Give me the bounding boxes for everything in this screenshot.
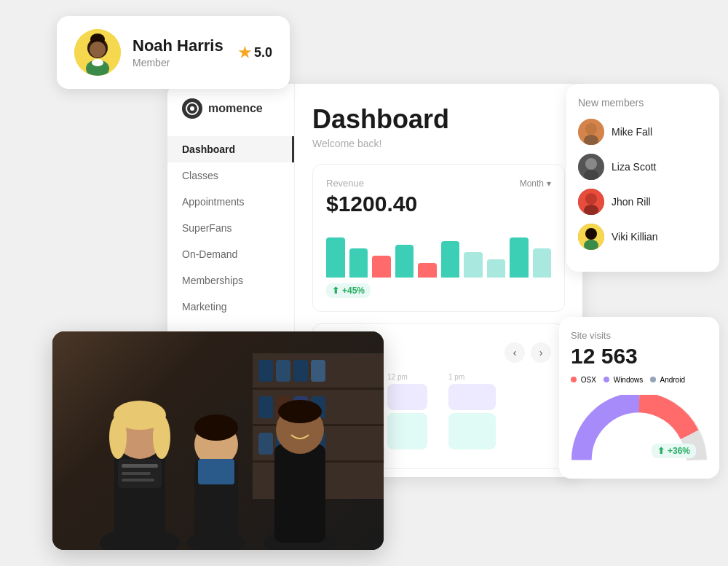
avatar-jhon [578,189,604,215]
logo-container: momence [167,98,294,136]
member-role: Member [132,57,226,68]
revenue-header: Revenue Month ▾ [326,178,551,189]
sidebar-item-marketing[interactable]: Marketing [167,294,294,320]
bar-item [326,237,345,278]
star-icon: ★ [238,44,251,61]
new-members-title: New members [578,97,708,109]
photo-panel [52,331,384,550]
avatar-liza [578,154,604,180]
svg-rect-34 [198,459,234,484]
sidebar-item-dashboard[interactable]: Dashboard [167,136,294,162]
svg-point-7 [190,106,194,111]
bar-item [441,241,460,278]
logo-icon [182,98,202,119]
next-button[interactable]: › [531,342,551,363]
revenue-badge: ⬆ +45% [326,283,371,298]
svg-rect-28 [122,472,151,475]
member-rating: ★ 5.0 [238,44,272,61]
member-row: Jhon Rill [578,189,708,215]
sidebar-item-ondemand[interactable]: On-Demand [167,241,294,267]
page-subtitle: Welcome back! [312,138,565,149]
avatar-mike [578,119,604,145]
android-dot [650,377,656,382]
android-legend: Android [650,376,685,384]
svg-point-33 [194,414,238,441]
chevron-down-icon: ▾ [547,178,551,189]
osx-legend: OSX [571,376,596,384]
page-title: Dashboard [312,104,565,135]
photo-content [52,331,384,550]
svg-rect-36 [274,444,325,543]
svg-rect-29 [122,479,154,482]
svg-rect-27 [122,464,158,468]
site-visits-badge: ⬆ +36% [652,444,696,458]
svg-point-24 [109,415,127,459]
site-visits-panel: Site visits 12 563 OSX Windows Android [559,317,719,479]
sidebar-item-superfans[interactable]: SuperFans [167,215,294,241]
member-card: Noah Harris Member ★ 5.0 [57,16,290,89]
schedule-block [387,413,427,449]
svg-point-4 [90,42,106,58]
rating-value: 5.0 [254,45,272,60]
sidebar-item-appointments[interactable]: Appointments [167,189,294,215]
osx-dot [571,377,577,382]
time-col-12pm: 12 pm [387,373,446,468]
revenue-amount: $1200.40 [326,192,551,216]
svg-point-12 [585,158,597,170]
svg-point-15 [585,193,597,205]
svg-point-9 [585,123,597,135]
member-name: Noah Harris [132,36,226,55]
bar-chart [326,227,551,278]
member-row: Liza Scott [578,154,708,180]
bar-item [487,259,506,278]
svg-point-18 [585,228,597,240]
sidebar-item-memberships[interactable]: Memberships [167,267,294,294]
arrow-up-icon: ⬆ [332,286,339,296]
avatar-viki [578,224,604,250]
site-visits-label: Site visits [571,330,708,341]
schedule-block [448,413,496,449]
schedule-nav: ‹ › [505,342,551,363]
arrow-up-icon: ⬆ [657,446,665,456]
schedule-block [448,384,496,410]
bar-item [464,252,483,278]
svg-point-5 [92,59,103,66]
bar-item [395,245,414,278]
member-name-liza: Liza Scott [612,161,656,173]
svg-point-25 [153,415,170,459]
revenue-card: Revenue Month ▾ $1200.40 ⬆ +45% [312,164,565,312]
member-row: Viki Killian [578,224,708,250]
bar-item [510,237,529,278]
site-visits-count: 12 563 [571,344,708,369]
bar-item [533,248,552,278]
bar-item [372,256,391,278]
schedule-block [387,384,427,410]
sidebar-item-classes[interactable]: Classes [167,162,294,189]
new-members-panel: New members Mike Fall Liza Scott Jhon Ri… [566,84,719,272]
os-legend: OSX Windows Android [571,376,708,384]
member-row: Mike Fall [578,119,708,145]
svg-point-38 [278,400,322,423]
logo-text: momence [208,102,263,115]
avatar [74,29,121,76]
people-illustration [52,331,384,550]
prev-button[interactable]: ‹ [505,342,525,363]
member-name-viki: Viki Killian [612,231,658,243]
time-col-1pm: 1 pm [448,373,507,468]
member-info: Noah Harris Member [132,36,226,68]
revenue-label: Revenue [326,178,364,189]
windows-dot [604,377,609,382]
bar-item [418,263,437,278]
bar-item [349,248,368,278]
donut-chart-container: ⬆ +36% [571,393,708,465]
month-selector[interactable]: Month ▾ [520,178,551,189]
windows-legend: Windows [604,376,643,384]
member-name-jhon: Jhon Rill [612,196,651,208]
member-name-mike: Mike Fall [612,126,652,138]
